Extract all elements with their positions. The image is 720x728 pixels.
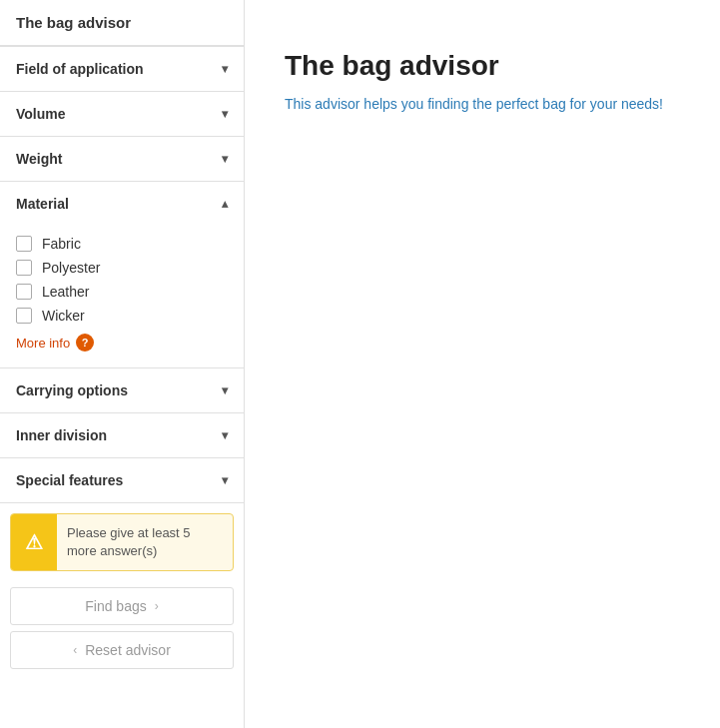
accordion-volume: Volume ▾ [0,92,244,137]
chevron-inner-division-icon: ▾ [222,428,228,442]
warning-text: Please give at least 5 more answer(s) [57,514,233,570]
accordion-carrying-options: Carrying options ▾ [0,368,244,413]
accordion-header-weight[interactable]: Weight ▾ [0,137,244,181]
material-leather-label: Leather [42,284,89,300]
material-polyester-row: Polyester [16,256,228,280]
accordion-special-features: Special features ▾ [0,458,244,503]
info-icon[interactable]: ? [76,334,94,352]
main-content: The bag advisor This advisor helps you f… [245,0,720,728]
accordion-material: Material ▴ Fabric Polyester Leather Wick… [0,182,244,368]
reset-chevron-icon: ‹ [73,643,77,657]
chevron-carrying-options-icon: ▾ [222,383,228,397]
find-bags-label: Find bags [85,598,146,614]
material-fabric-label: Fabric [42,236,81,252]
chevron-special-features-icon: ▾ [222,473,228,487]
accordion-label-material: Material [16,196,69,212]
accordion-label-field-of-application: Field of application [16,61,144,77]
accordion-label-inner-division: Inner division [16,427,107,443]
material-wicker-checkbox[interactable] [16,308,32,324]
material-leather-row: Leather [16,280,228,304]
warning-icon-col: ⚠ [11,514,57,570]
accordion-header-inner-division[interactable]: Inner division ▾ [0,413,244,457]
accordion-header-carrying-options[interactable]: Carrying options ▾ [0,368,244,412]
accordion-header-special-features[interactable]: Special features ▾ [0,458,244,502]
reset-label: Reset advisor [85,642,171,658]
chevron-weight-icon: ▾ [222,152,228,166]
accordion-field-of-application: Field of application ▾ [0,47,244,92]
accordion-header-field-of-application[interactable]: Field of application ▾ [0,47,244,91]
accordion-header-material[interactable]: Material ▴ [0,182,244,226]
main-subtitle: This advisor helps you finding the perfe… [285,96,680,112]
reset-advisor-button[interactable]: ‹ Reset advisor [10,631,234,669]
material-wicker-label: Wicker [42,308,85,324]
accordion-header-volume[interactable]: Volume ▾ [0,92,244,136]
chevron-field-of-application-icon: ▾ [222,62,228,76]
find-bags-button[interactable]: Find bags › [10,587,234,625]
chevron-volume-icon: ▾ [222,107,228,121]
more-info-link[interactable]: More info [16,336,70,351]
material-leather-checkbox[interactable] [16,284,32,300]
accordion-weight: Weight ▾ [0,137,244,182]
bottom-buttons: Find bags › ‹ Reset advisor [0,581,244,685]
material-content: Fabric Polyester Leather Wicker More inf… [0,226,244,367]
main-title: The bag advisor [285,50,680,82]
accordion-label-weight: Weight [16,151,62,167]
accordion-label-carrying-options: Carrying options [16,382,128,398]
accordion-label-volume: Volume [16,106,66,122]
accordion-label-special-features: Special features [16,472,123,488]
material-fabric-row: Fabric [16,232,228,256]
sidebar-title: The bag advisor [0,0,244,47]
accordion-inner-division: Inner division ▾ [0,413,244,458]
material-fabric-checkbox[interactable] [16,236,32,252]
material-polyester-checkbox[interactable] [16,260,32,276]
material-polyester-label: Polyester [42,260,100,276]
warning-box: ⚠ Please give at least 5 more answer(s) [10,513,234,571]
sidebar: The bag advisor Field of application ▾ V… [0,0,245,728]
chevron-material-icon: ▴ [222,197,228,211]
find-bags-chevron-icon: › [155,599,159,613]
warning-triangle-icon: ⚠ [25,530,43,554]
material-wicker-row: Wicker [16,304,228,328]
more-info-row: More info ? [16,328,228,356]
